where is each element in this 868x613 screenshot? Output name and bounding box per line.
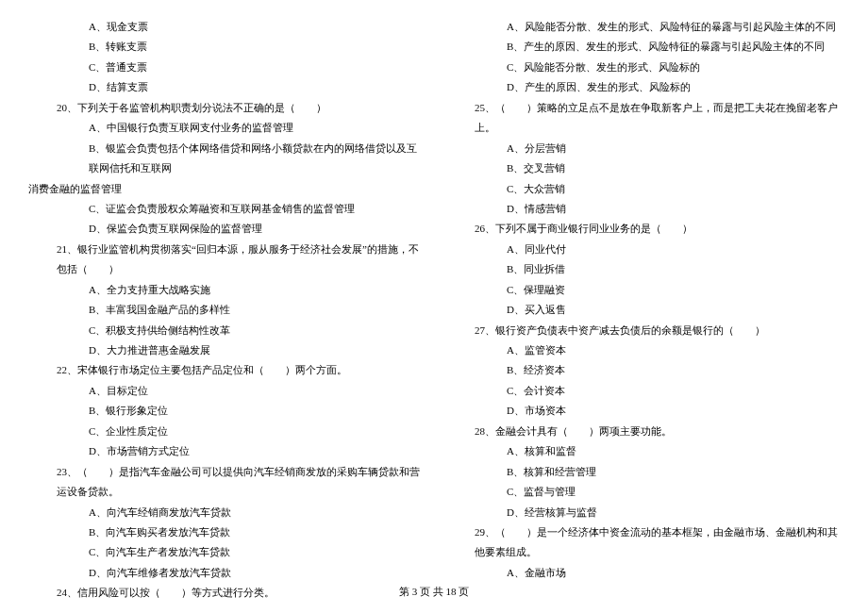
option-item: D、情感营销: [446, 199, 840, 219]
option-item: A、同业代付: [446, 240, 840, 259]
option-item: C、风险能否分散、发生的形式、风险标的: [446, 58, 840, 77]
option-item: A、核算和监督: [446, 441, 840, 461]
option-item: A、现金支票: [28, 17, 422, 37]
option-item: B、转账支票: [28, 37, 422, 57]
option-item: D、经营核算与监督: [446, 503, 840, 522]
option-item: D、大力推进普惠金融发展: [28, 340, 422, 360]
question-22: 22、宋体银行市场定位主要包括产品定位和（ ）两个方面。: [28, 360, 422, 380]
question-25: 25、（ ）策略的立足点不是放在争取新客户上，而是把工夫花在挽留老客户上。: [446, 98, 840, 139]
option-item: D、保监会负责互联网保险的监督管理: [28, 219, 422, 239]
option-item: B、经济资本: [446, 360, 840, 380]
option-item: D、结算支票: [28, 77, 422, 97]
option-item: A、风险能否分散、发生的形式、风险特征的暴露与引起风险主体的不同: [446, 17, 840, 37]
option-item: B、同业拆借: [446, 259, 840, 279]
option-item: A、向汽车经销商发放汽车贷款: [28, 503, 422, 522]
option-item: C、保理融资: [446, 280, 840, 300]
option-item: A、中国银行负责互联网支付业务的监督管理: [28, 118, 422, 138]
option-item: A、监管资本: [446, 340, 840, 360]
option-item: C、普通支票: [28, 58, 422, 77]
option-item: B、银行形象定位: [28, 401, 422, 421]
page-content: A、现金支票 B、转账支票 C、普通支票 D、结算支票 20、下列关于各监管机构…: [0, 0, 868, 604]
question-27: 27、银行资产负债表中资产减去负债后的余额是银行的（ ）: [446, 321, 840, 340]
option-item: C、积极支持供给侧结构性改革: [28, 321, 422, 340]
option-item: C、向汽车生产者发放汽车贷款: [28, 542, 422, 562]
option-item: B、交叉营销: [446, 158, 840, 178]
option-item: B、丰富我国金融产品的多样性: [28, 300, 422, 320]
question-20: 20、下列关于各监管机构职责划分说法不正确的是（ ）: [28, 98, 422, 118]
option-item: D、产生的原因、发生的形式、风险标的: [446, 77, 840, 97]
option-item: B、核算和经营管理: [446, 462, 840, 482]
option-item: C、证监会负责股权众筹融资和互联网基金销售的监督管理: [28, 199, 422, 219]
option-item: B、银监会负责包括个体网络借贷和网络小额贷款在内的网络借贷以及互联网信托和互联网: [28, 139, 422, 179]
question-21: 21、银行业监管机构贯彻落实“回归本源，服从服务于经济社会发展”的措施，不包括（…: [28, 240, 422, 280]
option-item: C、企业性质定位: [28, 422, 422, 441]
question-20-continuation: 消费金融的监督管理: [28, 179, 422, 199]
option-item: A、全力支持重大战略实施: [28, 280, 422, 300]
option-item: A、目标定位: [28, 381, 422, 401]
option-item: D、市场营销方式定位: [28, 441, 422, 461]
page-footer: 第 3 页 共 18 页: [0, 582, 868, 602]
question-28: 28、金融会计具有（ ）两项主要功能。: [446, 422, 840, 441]
left-column: A、现金支票 B、转账支票 C、普通支票 D、结算支票 20、下列关于各监管机构…: [28, 17, 422, 604]
option-item: D、向汽车维修者发放汽车贷款: [28, 563, 422, 583]
right-column: A、风险能否分散、发生的形式、风险特征的暴露与引起风险主体的不同 B、产生的原因…: [446, 17, 840, 604]
option-item: C、监督与管理: [446, 482, 840, 502]
option-item: B、向汽车购买者发放汽车贷款: [28, 522, 422, 542]
option-item: C、大众营销: [446, 179, 840, 199]
question-29: 29、（ ）是一个经济体中资金流动的基本框架，由金融市场、金融机构和其他要素组成…: [446, 522, 840, 563]
option-item: B、产生的原因、发生的形式、风险特征的暴露与引起风险主体的不同: [446, 37, 840, 57]
option-item: A、分层营销: [446, 139, 840, 158]
question-26: 26、下列不属于商业银行同业业务的是（ ）: [446, 219, 840, 239]
option-item: D、买入返售: [446, 300, 840, 320]
option-item: D、市场资本: [446, 401, 840, 421]
option-item: A、金融市场: [446, 563, 840, 583]
option-item: C、会计资本: [446, 381, 840, 401]
question-23: 23、（ ）是指汽车金融公司可以提供向汽车经销商发放的采购车辆贷款和营运设备贷款…: [28, 462, 422, 503]
